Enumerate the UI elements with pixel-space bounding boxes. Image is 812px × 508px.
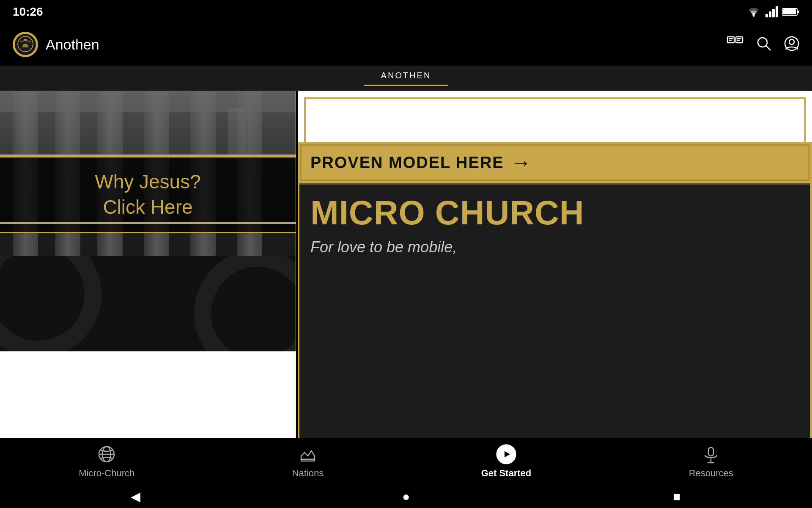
svg-rect-2 bbox=[769, 11, 771, 17]
proven-arrow: → bbox=[510, 150, 532, 175]
svg-rect-30 bbox=[708, 447, 713, 456]
nav-resources-label: Resources bbox=[689, 468, 733, 479]
resources-nav-icon bbox=[701, 444, 721, 464]
back-button[interactable]: ◀ bbox=[125, 486, 146, 507]
micro-church-nav-icon bbox=[96, 444, 117, 464]
account-icon[interactable] bbox=[784, 36, 799, 53]
nations-nav-icon bbox=[298, 444, 318, 464]
micro-church-dark: MICRO CHURCH For love to be mobile, bbox=[298, 183, 812, 442]
nav-get-started[interactable]: Get Started bbox=[481, 444, 532, 479]
svg-point-0 bbox=[753, 14, 755, 17]
app-logo: ANOTHEN bbox=[13, 32, 38, 57]
left-column: Why Jesus?Click Here Church must be AGIL… bbox=[0, 91, 296, 442]
nav-resources[interactable]: Resources bbox=[689, 444, 733, 479]
proven-model-banner: PROVEN MODEL HERE → bbox=[298, 142, 812, 183]
proven-label: PROVEN MODEL HERE bbox=[310, 154, 504, 172]
signal-icon bbox=[765, 6, 778, 17]
search-icon[interactable] bbox=[756, 36, 771, 53]
app-logo-inner: ANOTHEN bbox=[15, 34, 36, 55]
content-area: Why Jesus?Click Here Church must be AGIL… bbox=[0, 91, 812, 442]
micro-church-card[interactable]: PROVEN MODEL HERE → MICRO CHURCH For lov… bbox=[298, 91, 812, 442]
get-started-nav-icon bbox=[496, 444, 516, 464]
android-nav: ◀ ● ■ bbox=[0, 485, 812, 508]
tab-bar: ANOTHEN bbox=[0, 66, 812, 91]
svg-rect-4 bbox=[776, 6, 778, 17]
svg-rect-3 bbox=[772, 9, 775, 17]
status-icons bbox=[746, 6, 799, 17]
svg-rect-1 bbox=[765, 14, 768, 17]
wifi-icon bbox=[746, 6, 761, 17]
nav-nations[interactable]: Nations bbox=[292, 444, 324, 479]
app-bar-left: ANOTHEN Anothen bbox=[13, 32, 99, 57]
micro-church-top-white bbox=[298, 91, 812, 142]
logo-text: ANOTHEN bbox=[17, 36, 34, 53]
nav-micro-church[interactable]: Micro-Church bbox=[79, 444, 134, 479]
nav-get-started-label: Get Started bbox=[481, 468, 532, 479]
svg-rect-6 bbox=[783, 9, 796, 14]
nav-micro-church-label: Micro-Church bbox=[79, 468, 134, 479]
status-bar: 10:26 bbox=[0, 0, 812, 23]
right-column: PROVEN MODEL HERE → MICRO CHURCH For lov… bbox=[298, 91, 812, 442]
nav-nations-label: Nations bbox=[292, 468, 324, 479]
svg-point-19 bbox=[758, 38, 767, 47]
why-jesus-card[interactable]: Why Jesus?Click Here bbox=[0, 91, 296, 256]
status-time: 10:26 bbox=[13, 5, 43, 19]
home-button[interactable]: ● bbox=[395, 486, 417, 507]
svg-line-20 bbox=[766, 46, 771, 50]
chat-icon[interactable] bbox=[727, 36, 743, 53]
svg-rect-26 bbox=[301, 459, 315, 461]
why-jesus-text: Why Jesus?Click Here bbox=[13, 169, 283, 220]
svg-marker-12 bbox=[23, 39, 27, 41]
why-jesus-overlay: Why Jesus?Click Here bbox=[0, 156, 296, 233]
bottom-nav: Micro-Church Nations Get Started bbox=[0, 438, 812, 485]
micro-church-subtitle: For love to be mobile, bbox=[310, 238, 799, 256]
tab-anothen[interactable]: ANOTHEN bbox=[364, 66, 448, 86]
app-bar-right bbox=[727, 36, 799, 53]
church-agile-card[interactable]: Church must be AGILE. bbox=[0, 256, 296, 351]
app-bar: ANOTHEN Anothen bbox=[0, 23, 812, 66]
svg-point-22 bbox=[789, 39, 794, 44]
recents-button[interactable]: ■ bbox=[666, 486, 687, 507]
app-bar-title: Anothen bbox=[46, 36, 99, 53]
micro-church-title: MICRO CHURCH bbox=[310, 196, 799, 230]
battery-icon bbox=[782, 8, 799, 16]
svg-rect-7 bbox=[797, 11, 799, 13]
